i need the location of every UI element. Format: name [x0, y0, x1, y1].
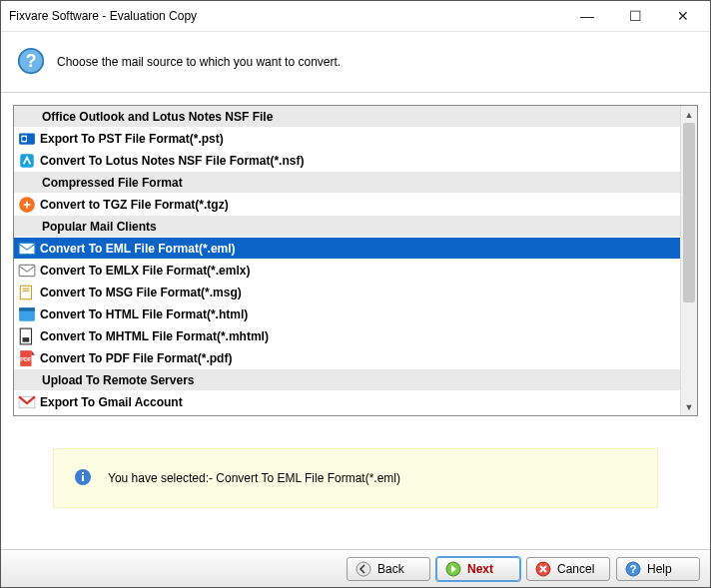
list-item[interactable]: Export To Gmail Account [14, 391, 680, 413]
maximize-button[interactable]: ☐ [621, 8, 649, 24]
svg-point-4 [22, 136, 27, 141]
instruction-text: Choose the mail source to which you want… [57, 55, 341, 69]
outlook-icon [18, 131, 36, 147]
status-panel: You have selected:- Convert To EML File … [53, 448, 658, 508]
next-button[interactable]: Next [436, 557, 520, 581]
list-header-label: Office Outlook and Lotus Notes NSF File [42, 110, 273, 124]
list-header: Compressed File Format [14, 172, 680, 194]
back-arrow-icon [356, 561, 371, 577]
gmail-icon [18, 394, 36, 410]
eml-icon [18, 241, 36, 257]
list-header-label: Upload To Remote Servers [42, 373, 194, 387]
next-arrow-icon [445, 561, 461, 577]
svg-rect-7 [19, 243, 35, 254]
svg-rect-9 [20, 286, 31, 299]
info-icon [74, 468, 92, 489]
minimize-button[interactable]: — [573, 8, 601, 24]
back-button[interactable]: Back [347, 557, 430, 581]
list-item-label: Convert To MHTML File Format(*.mhtml) [40, 329, 269, 343]
scroll-down-arrow[interactable]: ▼ [681, 398, 697, 415]
next-label: Next [467, 562, 493, 576]
list-item[interactable]: Convert To MSG File Format(*.msg) [14, 282, 680, 303]
msg-icon [18, 285, 36, 300]
svg-rect-10 [23, 288, 30, 289]
list-item-label: Convert to TGZ File Format(*.tgz) [40, 198, 229, 212]
list-item[interactable]: Convert to TGZ File Format(*.tgz) [14, 194, 680, 216]
list-header: Popular Mail Clients [14, 216, 680, 238]
status-text: You have selected:- Convert To EML File … [108, 471, 400, 485]
list-item-label: Convert To MSG File Format(*.msg) [40, 286, 242, 299]
format-listbox[interactable]: Office Outlook and Lotus Notes NSF FileE… [13, 105, 698, 416]
list-header-label: Compressed File Format [42, 176, 183, 190]
content-area: Office Outlook and Lotus Notes NSF FileE… [1, 93, 710, 549]
scrollbar[interactable]: ▲ ▼ [680, 106, 697, 415]
svg-rect-15 [23, 337, 30, 342]
list-item[interactable]: Convert To EML File Format(*.eml) [14, 238, 680, 260]
cancel-button[interactable]: Cancel [526, 557, 610, 581]
scroll-up-arrow[interactable]: ▲ [681, 106, 697, 123]
list-item-label: Convert To Lotus Notes NSF File Format(*… [40, 154, 304, 168]
list-item-label: Export To PST File Format(*.pst) [40, 132, 224, 146]
list-header: Office Outlook and Lotus Notes NSF File [14, 106, 680, 128]
list-item[interactable]: Convert To MHTML File Format(*.mhtml) [14, 325, 680, 347]
list-item-label: Convert To PDF File Format(*.pdf) [40, 351, 232, 365]
list-item-label: Export To Gmail Account [40, 395, 183, 409]
tgz-icon [18, 197, 36, 213]
cancel-label: Cancel [557, 562, 594, 576]
svg-text:PDF: PDF [20, 356, 32, 362]
html-icon [18, 306, 36, 322]
pdf-icon: PDF [18, 350, 36, 366]
window-controls: — ☐ ✕ [573, 8, 702, 24]
titlebar: Fixvare Software - Evaluation Copy — ☐ ✕ [1, 1, 710, 31]
list-item-label: Convert To HTML File Format(*.html) [40, 307, 248, 321]
svg-rect-8 [19, 265, 35, 276]
list-header: Upload To Remote Servers [14, 369, 680, 391]
svg-rect-11 [23, 290, 30, 291]
cancel-icon [535, 561, 551, 577]
list-header-label: Popular Mail Clients [42, 220, 157, 234]
svg-rect-20 [82, 475, 84, 481]
list-item[interactable]: Export To PST File Format(*.pst) [14, 128, 680, 150]
list-item[interactable]: Convert To Lotus Notes NSF File Format(*… [14, 150, 680, 172]
lotus-icon [18, 153, 36, 169]
app-window: Fixvare Software - Evaluation Copy — ☐ ✕… [0, 0, 711, 588]
footer-buttons: Back Next Cancel ? Help [1, 549, 710, 587]
svg-rect-13 [19, 307, 35, 310]
svg-text:?: ? [630, 563, 637, 575]
back-label: Back [377, 562, 404, 576]
instruction-panel: ? Choose the mail source to which you wa… [1, 31, 710, 93]
close-button[interactable]: ✕ [669, 8, 697, 24]
help-label: Help [647, 562, 672, 576]
list-item[interactable]: PDFConvert To PDF File Format(*.pdf) [14, 347, 680, 369]
list-item-label: Convert To EML File Format(*.eml) [40, 242, 236, 256]
help-button[interactable]: ? Help [616, 557, 700, 581]
emlx-icon [18, 263, 36, 279]
svg-rect-21 [82, 472, 84, 474]
help-icon: ? [17, 47, 45, 78]
list-item-label: Convert To EMLX File Format(*.emlx) [40, 264, 250, 278]
help-small-icon: ? [625, 561, 641, 577]
scroll-thumb[interactable] [683, 123, 695, 302]
list-item[interactable]: Convert To EMLX File Format(*.emlx) [14, 260, 680, 282]
mhtml-icon [18, 328, 36, 344]
window-title: Fixvare Software - Evaluation Copy [9, 9, 197, 23]
list-item[interactable]: Convert To HTML File Format(*.html) [14, 303, 680, 325]
svg-point-22 [356, 562, 370, 576]
svg-text:?: ? [26, 51, 37, 71]
